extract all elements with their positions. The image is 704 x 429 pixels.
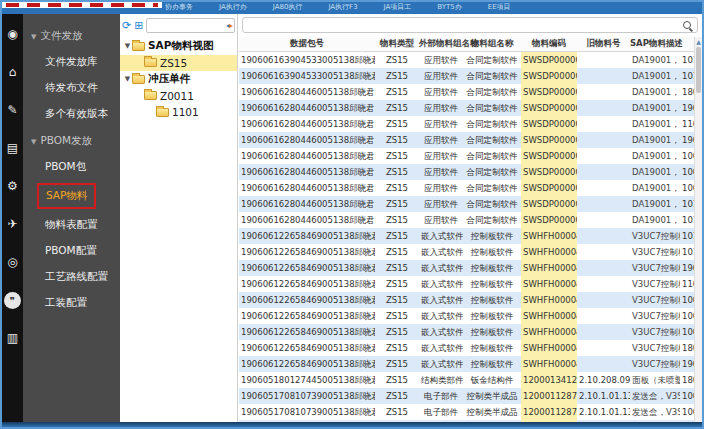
- table-cell: 合同定制软件: [463, 52, 521, 69]
- table-row[interactable]: 190606122658469005138邱晓君ZS15嵌入式软件控制板软件SW…: [239, 340, 694, 356]
- sidebar-item-PBOM包[interactable]: PBOM包: [23, 154, 120, 180]
- sidebar-item-物料表配置[interactable]: 物料表配置: [23, 212, 120, 238]
- topbar-menu-item[interactable]: 协办事务: [165, 2, 193, 14]
- topbar-menu-item[interactable]: BYT5办: [437, 2, 461, 14]
- sidebar-item-多个有效版本[interactable]: 多个有效版本: [23, 101, 120, 127]
- table-cell: 1901: [680, 100, 694, 116]
- table-row[interactable]: 19060616280446005138邱晓君ZS15应用软件合同定制软件SWS…: [239, 100, 694, 116]
- column-header-物料类型[interactable]: 物料类型: [375, 37, 419, 52]
- topbar-menu-item[interactable]: JA80执行: [273, 2, 303, 14]
- app-logo-icon[interactable]: ◉: [4, 26, 21, 43]
- topbar-menu-item[interactable]: JA项目工: [384, 2, 412, 14]
- chevron-down-icon[interactable]: ▼: [123, 42, 132, 50]
- table-cell: 190606122658469005138邱晓君: [239, 292, 375, 308]
- table-row[interactable]: 190606122658469005138邱晓君ZS15嵌入式软件控制板软件SW…: [239, 324, 694, 340]
- table-row[interactable]: 190606122658469005138邱晓君ZS15嵌入式软件控制板软件SW…: [239, 276, 694, 292]
- home-icon[interactable]: ⌂: [4, 64, 21, 81]
- chevron-down-icon[interactable]: ▼: [123, 75, 132, 83]
- table-cell: 19060616280446005138邱晓君: [239, 180, 375, 196]
- main-area: 数据包号物料类型外部物料组名称物料组名称物料编码旧物料号SAP物料描述 1906…: [239, 14, 702, 422]
- filter-nav-arrows[interactable]: ◂▸: [226, 21, 232, 30]
- refresh-icon[interactable]: ⟳: [122, 19, 131, 33]
- table-row[interactable]: 190605170810739005138邱晓君ZS15电子部件控制类半成品12…: [239, 404, 694, 420]
- table-row[interactable]: 19060616280446005138邱晓君ZS15应用软件合同定制软件SWS…: [239, 164, 694, 180]
- table-cell: DA19001，test..: [630, 180, 680, 196]
- table-cell: 1801: [680, 372, 694, 388]
- table-row[interactable]: 190606163904533005138邱晓君ZS15应用软件合同定制软件SW…: [239, 52, 694, 69]
- table-row[interactable]: 19060616280446005138邱晓君ZS15应用软件合同定制软件SWS…: [239, 148, 694, 164]
- expand-all-icon[interactable]: ⊞: [134, 19, 143, 33]
- chevron-down-icon: ▼: [31, 33, 36, 41]
- table-row[interactable]: 190605180127445005138邱晓君ZS15结构类部件钣金结构件12…: [239, 372, 694, 388]
- sidebar-item-PBOM配置[interactable]: PBOM配置: [23, 238, 120, 264]
- tree-node-ZS15[interactable]: ZS15: [120, 55, 237, 72]
- search-icon[interactable]: [683, 21, 691, 29]
- table-row[interactable]: 19060616280446005138邱晓君ZS15应用软件合同定制软件SWS…: [239, 132, 694, 148]
- column-header-SAP物料描述[interactable]: SAP物料描述: [630, 37, 680, 52]
- tree-node-冲压单件[interactable]: ▼冲压单件: [120, 71, 237, 88]
- table-cell: V3UC7控制板软..: [630, 260, 680, 276]
- table-row[interactable]: 190606122658469005138邱晓君ZS15嵌入式软件控制板软件SW…: [239, 228, 694, 244]
- table-row[interactable]: 190606122658469005138邱晓君ZS15嵌入式软件控制板软件SW…: [239, 244, 694, 260]
- table-cell: 控制板软件: [463, 276, 521, 292]
- material-code-cell: SWHFH000049: [521, 260, 577, 276]
- tree-node-1101[interactable]: 1101: [120, 104, 237, 121]
- scroll-thumb[interactable]: [696, 47, 701, 93]
- table-cell: 应用软件: [419, 148, 463, 164]
- column-header-数据包号[interactable]: 数据包号: [239, 37, 375, 52]
- table-cell: V3UC7控制板软..: [630, 356, 680, 372]
- tree-node-Z0011[interactable]: Z0011: [120, 88, 237, 105]
- table-row[interactable]: 19060616280446005138邱晓君ZS15应用软件合同定制软件SWS…: [239, 84, 694, 100]
- topbar-menu-item[interactable]: JA执行F3: [328, 2, 357, 14]
- table-row[interactable]: 19060616280446005138邱晓君ZS15应用软件合同定制软件SWS…: [239, 196, 694, 212]
- material-code-cell: SWSDP000004: [521, 132, 577, 148]
- table-cell: V3UC7控制板软..: [630, 324, 680, 340]
- table-cell: DA19001，test..: [630, 148, 680, 164]
- chat-icon[interactable]: ❞: [4, 292, 21, 309]
- table-row[interactable]: 19060616280446005138邱晓君ZS15应用软件合同定制软件SWS…: [239, 180, 694, 196]
- table-cell: DA19001，test..: [630, 212, 680, 228]
- column-header-物料组名称[interactable]: 物料组名称: [463, 37, 521, 52]
- table-row[interactable]: 19060616280446005138邱晓君ZS15应用软件合同定制软件SWS…: [239, 212, 694, 228]
- table-row[interactable]: 190605170810739005138邱晓君ZS15电子部件控制类半成品12…: [239, 388, 694, 404]
- sidebar-group-header[interactable]: ▼PBOM发放: [23, 127, 120, 154]
- topbar-menu-item[interactable]: EE项目: [488, 2, 511, 14]
- table-row[interactable]: 190606122658469005138邱晓君ZS15嵌入式软件控制板软件SW…: [239, 260, 694, 276]
- table-row[interactable]: 190606122658469005138邱晓君ZS15嵌入式软件控制板软件SW…: [239, 356, 694, 372]
- table-cell: V3UC7控制板软..: [630, 244, 680, 260]
- database-icon[interactable]: ▤: [4, 140, 21, 157]
- topbar-menu-item[interactable]: JA执行办: [219, 2, 247, 14]
- sidebar-item-待发布文件[interactable]: 待发布文件: [23, 75, 120, 101]
- column-header-物料编码[interactable]: 物料编码: [521, 37, 577, 52]
- broadcast-icon[interactable]: ◎: [4, 254, 21, 271]
- table-row[interactable]: 19060616280446005138邱晓君ZS15应用软件合同定制软件SWS…: [239, 116, 694, 132]
- tree-node-label: 1101: [172, 106, 199, 118]
- send-icon[interactable]: ✈: [4, 216, 21, 233]
- table-cell: [577, 324, 630, 340]
- sidebar-item-SAP物料[interactable]: SAP物料: [37, 183, 96, 209]
- book-icon[interactable]: ▥: [4, 330, 21, 347]
- sidebar-group-header[interactable]: ▼文件发放: [23, 22, 120, 49]
- table-row[interactable]: 190606122658469005138邱晓君ZS15嵌入式软件控制板软件SW…: [239, 308, 694, 324]
- vertical-scrollbar[interactable]: ▲: [694, 37, 702, 422]
- material-code-cell: SWSDP000004: [521, 52, 577, 69]
- table-cell: 1012: [680, 68, 694, 84]
- table-cell: 应用软件: [419, 100, 463, 116]
- edit-icon[interactable]: ✎: [4, 102, 21, 119]
- table-cell: V3UC7控制板软..: [630, 308, 680, 324]
- sidebar-item-文件发放库[interactable]: 文件发放库: [23, 49, 120, 75]
- column-header-旧物料号[interactable]: 旧物料号: [577, 37, 630, 52]
- sidebar-item-工装配置[interactable]: 工装配置: [23, 290, 120, 316]
- database-config-icon[interactable]: ⚙: [4, 178, 21, 195]
- table-cell: [577, 260, 630, 276]
- search-input[interactable]: [247, 19, 681, 32]
- folder-icon: [144, 58, 157, 67]
- scroll-up-arrow[interactable]: ▲: [695, 37, 702, 46]
- sidebar-item-工艺路线配置[interactable]: 工艺路线配置: [23, 264, 120, 290]
- table-cell: 19060616280446005138邱晓君: [239, 212, 375, 228]
- table-row[interactable]: 190606163904533005138邱晓君ZS15应用软件合同定制软件SW…: [239, 68, 694, 84]
- column-header-外部物料组名称[interactable]: 外部物料组名称: [419, 37, 463, 52]
- tree-node-SAP物料视图[interactable]: ▼SAP物料视图: [120, 38, 237, 55]
- tree-filter-input[interactable]: [149, 21, 226, 31]
- table-row[interactable]: 190606122658469005138邱晓君ZS15嵌入式软件控制板软件SW…: [239, 292, 694, 308]
